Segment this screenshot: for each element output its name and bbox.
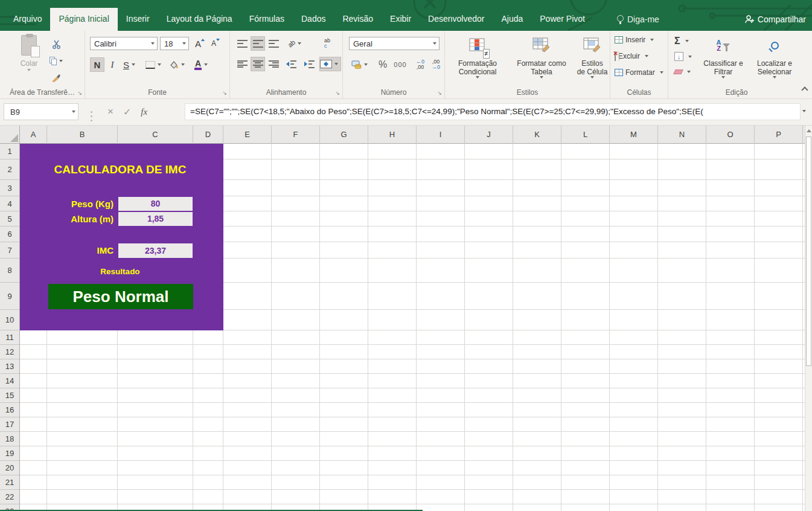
enter-icon[interactable]: ✓ bbox=[123, 106, 131, 118]
column-header-O[interactable]: O bbox=[706, 126, 755, 144]
font-size-combo[interactable]: 18 bbox=[160, 37, 189, 50]
clipboard-dialog-launcher[interactable]: ↘ bbox=[77, 91, 82, 96]
column-header-P[interactable]: P bbox=[755, 126, 803, 144]
column-header-J[interactable]: J bbox=[465, 126, 513, 144]
insert-function-icon[interactable]: fx bbox=[141, 107, 147, 117]
borders-button[interactable] bbox=[144, 57, 165, 72]
clear-button[interactable] bbox=[674, 69, 693, 74]
bold-button[interactable]: N bbox=[90, 57, 104, 72]
column-header-N[interactable]: N bbox=[658, 126, 706, 144]
font-name-combo[interactable]: Calibri bbox=[90, 37, 158, 50]
tab-arquivo[interactable]: Arquivo bbox=[5, 8, 50, 31]
wrap-text-button[interactable]: ab c bbox=[318, 36, 336, 51]
row-header-3[interactable]: 3 bbox=[0, 180, 19, 196]
insert-cells-button[interactable]: Inserir bbox=[615, 36, 656, 44]
cut-button[interactable] bbox=[48, 37, 64, 51]
expand-formula-bar-icon[interactable] bbox=[802, 110, 806, 112]
fill-button[interactable]: ↓ bbox=[674, 52, 694, 61]
underline-button[interactable]: S bbox=[120, 57, 141, 72]
merge-center-button[interactable] bbox=[319, 57, 341, 71]
tab-inserir[interactable]: Inserir bbox=[118, 8, 158, 31]
row-header-20[interactable]: 20 bbox=[0, 461, 19, 475]
row-header-7[interactable]: 7 bbox=[0, 242, 19, 259]
row-header-16[interactable]: 16 bbox=[0, 403, 19, 417]
column-header-D[interactable]: D bbox=[193, 126, 223, 144]
comma-style-button[interactable]: 000 bbox=[391, 57, 409, 72]
number-format-combo[interactable]: Geral bbox=[349, 37, 440, 50]
number-dialog-launcher[interactable]: ↘ bbox=[437, 91, 442, 96]
align-right-button[interactable] bbox=[266, 57, 281, 71]
row-header-14[interactable]: 14 bbox=[0, 374, 19, 388]
orientation-button[interactable]: ab bbox=[286, 36, 306, 51]
font-color-button[interactable]: A bbox=[191, 57, 213, 72]
grow-font-button[interactable]: A bbox=[193, 36, 207, 51]
tab-revis-o[interactable]: Revisão bbox=[334, 8, 382, 31]
row-header-5[interactable]: 5 bbox=[0, 211, 19, 227]
font-dialog-launcher[interactable]: ↘ bbox=[222, 91, 227, 96]
imc-value-cell[interactable]: 23,37 bbox=[118, 243, 193, 258]
decrease-decimal-button[interactable]: ,00 →0 bbox=[429, 57, 443, 72]
percent-style-button[interactable]: % bbox=[376, 57, 390, 72]
tell-me-button[interactable]: Diga-me bbox=[617, 8, 659, 31]
shrink-font-button[interactable]: A bbox=[208, 36, 223, 51]
row-header-1[interactable]: 1 bbox=[0, 144, 19, 159]
tab-desenvolvedor[interactable]: Desenvolvedor bbox=[420, 8, 493, 31]
share-button[interactable]: Compartilhar bbox=[744, 8, 806, 31]
tab-dados[interactable]: Dados bbox=[293, 8, 334, 31]
select-all-corner[interactable] bbox=[0, 126, 20, 144]
tab-layout-da-p-gina[interactable]: Layout da Página bbox=[158, 8, 241, 31]
cell-styles-button[interactable]: Estilos de Célula bbox=[577, 33, 608, 79]
column-header-K[interactable]: K bbox=[513, 126, 561, 144]
column-header-F[interactable]: F bbox=[272, 126, 320, 144]
scroll-up-icon[interactable] bbox=[807, 129, 811, 132]
accounting-format-button[interactable] bbox=[349, 57, 372, 72]
row-header-18[interactable]: 18 bbox=[0, 432, 19, 446]
row-header-12[interactable]: 12 bbox=[0, 345, 19, 359]
row-header-9[interactable]: 9 bbox=[0, 283, 19, 310]
tab-f-rmulas[interactable]: Fórmulas bbox=[241, 8, 293, 31]
row-header-17[interactable]: 17 bbox=[0, 417, 19, 432]
row-header-11[interactable]: 11 bbox=[0, 330, 19, 345]
formula-bar-splitter[interactable] bbox=[91, 115, 92, 117]
tab-p-gina-inicial[interactable]: Página Inicial bbox=[50, 8, 117, 31]
autosum-button[interactable]: Σ bbox=[674, 36, 691, 47]
format-painter-button[interactable] bbox=[48, 71, 64, 85]
tab-power-pivot[interactable]: Power Pivot bbox=[531, 8, 593, 31]
copy-button[interactable] bbox=[46, 54, 69, 68]
column-header-G[interactable]: G bbox=[320, 126, 368, 144]
conditional-formatting-button[interactable]: ≠ Formatação Condicional bbox=[449, 33, 507, 79]
italic-button[interactable]: I bbox=[106, 57, 119, 72]
row-header-4[interactable]: 4 bbox=[0, 196, 19, 211]
align-left-button[interactable] bbox=[235, 57, 249, 71]
increase-indent-button[interactable] bbox=[301, 57, 317, 71]
row-header-21[interactable]: 21 bbox=[0, 475, 19, 490]
column-header-H[interactable]: H bbox=[368, 126, 417, 144]
alignment-dialog-launcher[interactable]: ↘ bbox=[335, 91, 340, 96]
vertical-scrollbar[interactable] bbox=[805, 126, 812, 511]
weight-value-cell[interactable]: 80 bbox=[118, 197, 193, 211]
paste-button[interactable]: Colar bbox=[13, 33, 45, 71]
row-header-8[interactable]: 8 bbox=[0, 259, 19, 283]
align-middle-button[interactable] bbox=[251, 36, 265, 51]
find-select-button[interactable]: Localizar e Selecionar bbox=[749, 33, 800, 79]
tab-ajuda[interactable]: Ajuda bbox=[493, 8, 531, 31]
column-header-B[interactable]: B bbox=[47, 126, 118, 144]
decrease-indent-button[interactable] bbox=[283, 57, 299, 71]
row-header-15[interactable]: 15 bbox=[0, 388, 19, 403]
sort-filter-button[interactable]: AZ Classificar e Filtrar bbox=[700, 33, 747, 79]
name-box[interactable]: B9 bbox=[4, 103, 78, 120]
result-cell[interactable]: Peso Normal bbox=[48, 284, 193, 309]
format-as-table-button[interactable]: Formatar como Tabela bbox=[509, 33, 574, 79]
format-cells-button[interactable]: Formatar bbox=[615, 68, 666, 77]
delete-cells-button[interactable]: ✕ Excluir bbox=[615, 52, 651, 60]
column-header-I[interactable]: I bbox=[417, 126, 465, 144]
row-header-10[interactable]: 10 bbox=[0, 310, 19, 330]
align-center-button[interactable] bbox=[251, 57, 265, 71]
align-bottom-button[interactable] bbox=[266, 36, 281, 51]
column-header-E[interactable]: E bbox=[223, 126, 272, 144]
scrollbar-thumb[interactable] bbox=[806, 137, 811, 366]
column-header-C[interactable]: C bbox=[118, 126, 193, 144]
row-header-22[interactable]: 22 bbox=[0, 490, 19, 504]
column-header-A[interactable]: A bbox=[20, 126, 47, 144]
increase-decimal-button[interactable]: ←0 ,00 bbox=[413, 57, 427, 72]
